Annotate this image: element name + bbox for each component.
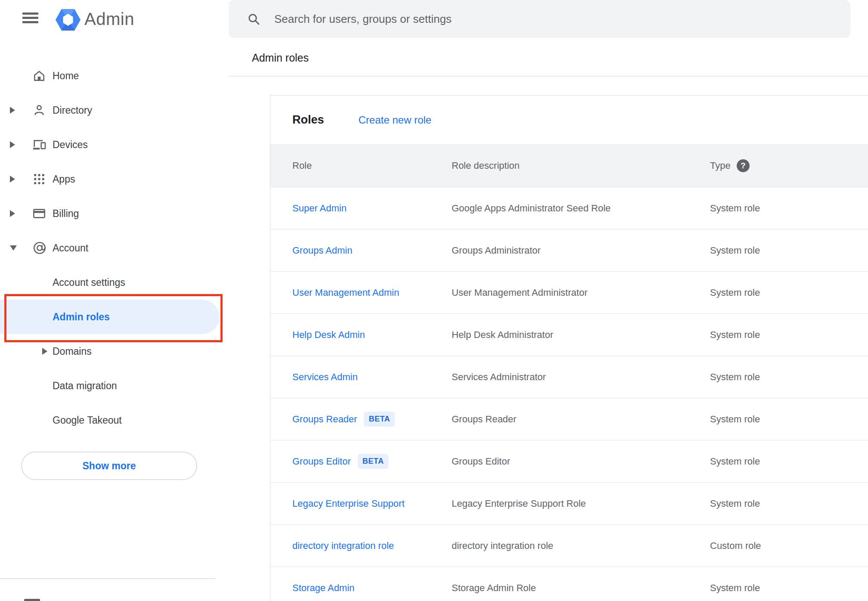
role-type: System role bbox=[710, 456, 868, 467]
role-link[interactable]: Groups Admin bbox=[292, 245, 352, 256]
role-description: Services Administrator bbox=[452, 372, 710, 383]
sidebar-item-apps[interactable]: Apps bbox=[0, 162, 229, 196]
sidebar-item-account[interactable]: Account bbox=[0, 231, 229, 265]
admin-console-page: Admin Home Directory bbox=[0, 0, 868, 601]
help-icon[interactable]: ? bbox=[737, 159, 750, 172]
create-new-role-link[interactable]: Create new role bbox=[359, 114, 431, 126]
credit-card-icon bbox=[32, 207, 53, 220]
sidebar-item-label: Admin roles bbox=[53, 311, 110, 323]
role-link[interactable]: Super Admin bbox=[292, 203, 347, 214]
sidebar-item-billing[interactable]: Billing bbox=[0, 196, 229, 231]
at-sign-icon bbox=[32, 241, 53, 255]
home-icon bbox=[32, 69, 53, 83]
expand-arrow-icon[interactable] bbox=[10, 107, 15, 114]
role-description: directory integration role bbox=[452, 540, 710, 551]
feedback-icon bbox=[24, 599, 40, 601]
search-bar[interactable] bbox=[229, 0, 850, 38]
role-type: System role bbox=[710, 498, 868, 509]
roles-card: Roles Create new role Role Role descript… bbox=[270, 95, 868, 601]
table-header-row: Role Role description Type ? bbox=[270, 144, 868, 187]
sidebar-item-data-migration[interactable]: Data migration bbox=[0, 369, 229, 403]
role-description: Groups Reader bbox=[452, 414, 710, 425]
beta-badge: BETA bbox=[358, 454, 389, 469]
table-row: Groups Admin Groups Administrator System… bbox=[270, 229, 868, 271]
sidebar-item-label: Data migration bbox=[53, 380, 117, 392]
devices-icon bbox=[32, 138, 53, 152]
hamburger-menu-icon[interactable] bbox=[22, 12, 38, 23]
role-description: Storage Admin Role bbox=[452, 582, 710, 594]
roles-card-header: Roles Create new role bbox=[270, 96, 868, 144]
search-icon bbox=[247, 12, 260, 26]
role-type: Custom role bbox=[710, 540, 868, 551]
role-description: Groups Editor bbox=[452, 456, 710, 467]
role-description: User Management Administrator bbox=[452, 287, 710, 298]
table-row: directory integration role directory int… bbox=[270, 524, 868, 567]
sidebar-item-domains[interactable]: Domains bbox=[0, 334, 229, 369]
sidebar: Home Directory Devices bbox=[0, 59, 229, 437]
column-header-description: Role description bbox=[452, 160, 710, 171]
column-header-role: Role bbox=[270, 160, 452, 171]
role-description: Groups Administrator bbox=[452, 245, 710, 256]
column-header-type: Type ? bbox=[710, 159, 868, 172]
role-link[interactable]: Storage Admin bbox=[292, 582, 354, 594]
show-more-button[interactable]: Show more bbox=[21, 452, 197, 480]
breadcrumb: Admin roles bbox=[252, 52, 309, 64]
table-row: User Management Admin User Management Ad… bbox=[270, 271, 868, 313]
role-link[interactable]: User Management Admin bbox=[292, 287, 399, 298]
table-row: Legacy Enterprise Support Legacy Enterpr… bbox=[270, 482, 868, 524]
role-type: System role bbox=[710, 245, 868, 256]
person-icon bbox=[32, 103, 53, 117]
role-description: Help Desk Administrator bbox=[452, 329, 710, 341]
sidebar-item-label: Directory bbox=[53, 105, 92, 116]
expand-arrow-icon[interactable] bbox=[10, 176, 15, 183]
collapse-arrow-icon[interactable] bbox=[10, 245, 17, 251]
beta-badge: BETA bbox=[364, 412, 395, 427]
table-row: Groups Reader BETA Groups Reader System … bbox=[270, 398, 868, 440]
sidebar-item-admin-roles[interactable]: Admin roles bbox=[0, 300, 220, 334]
table-row: Help Desk Admin Help Desk Administrator … bbox=[270, 313, 868, 356]
role-description: Google Apps Administrator Seed Role bbox=[452, 203, 710, 214]
sidebar-item-label: Account bbox=[53, 242, 88, 254]
sidebar-item-label: Home bbox=[53, 70, 79, 82]
table-row: Super Admin Google Apps Administrator Se… bbox=[270, 187, 868, 229]
role-type: System role bbox=[710, 414, 868, 425]
role-link[interactable]: Legacy Enterprise Support bbox=[292, 498, 405, 509]
sidebar-item-account-settings[interactable]: Account settings bbox=[0, 265, 229, 300]
google-admin-logo-icon bbox=[55, 8, 81, 31]
role-link[interactable]: Help Desk Admin bbox=[292, 329, 365, 341]
table-row: Storage Admin Storage Admin Role System … bbox=[270, 567, 868, 601]
expand-arrow-icon[interactable] bbox=[10, 141, 15, 148]
table-row: Groups Editor BETA Groups Editor System … bbox=[270, 440, 868, 482]
role-type: System role bbox=[710, 372, 868, 383]
role-link[interactable]: Services Admin bbox=[292, 372, 358, 383]
sidebar-item-label: Apps bbox=[53, 173, 75, 185]
sidebar-item-label: Account settings bbox=[53, 277, 125, 288]
role-type: System role bbox=[710, 329, 868, 341]
expand-arrow-icon[interactable] bbox=[10, 210, 15, 217]
content-divider bbox=[229, 76, 868, 77]
sidebar-bottom-divider bbox=[0, 578, 215, 579]
card-title: Roles bbox=[292, 113, 324, 127]
role-type: System role bbox=[710, 287, 868, 298]
role-description: Legacy Enterprise Support Role bbox=[452, 498, 710, 509]
role-type: System role bbox=[710, 582, 868, 594]
sidebar-item-directory[interactable]: Directory bbox=[0, 93, 229, 127]
sidebar-item-devices[interactable]: Devices bbox=[0, 127, 229, 162]
role-type: System role bbox=[710, 203, 868, 214]
sidebar-item-label: Google Takeout bbox=[53, 415, 122, 426]
sidebar-item-label: Domains bbox=[53, 346, 92, 357]
apps-grid-icon bbox=[32, 172, 53, 186]
brand-header: Admin bbox=[0, 0, 229, 43]
expand-arrow-icon[interactable] bbox=[42, 348, 47, 355]
sidebar-item-label: Devices bbox=[53, 139, 88, 151]
role-link[interactable]: directory integration role bbox=[292, 540, 394, 551]
sidebar-item-google-takeout[interactable]: Google Takeout bbox=[0, 403, 229, 437]
app-title: Admin bbox=[84, 9, 134, 29]
sidebar-item-label: Billing bbox=[53, 208, 79, 220]
role-link[interactable]: Groups Editor bbox=[292, 456, 351, 467]
table-row: Services Admin Services Administrator Sy… bbox=[270, 356, 868, 398]
sidebar-item-home[interactable]: Home bbox=[0, 59, 229, 93]
role-link[interactable]: Groups Reader bbox=[292, 414, 357, 425]
search-input[interactable] bbox=[274, 12, 850, 26]
